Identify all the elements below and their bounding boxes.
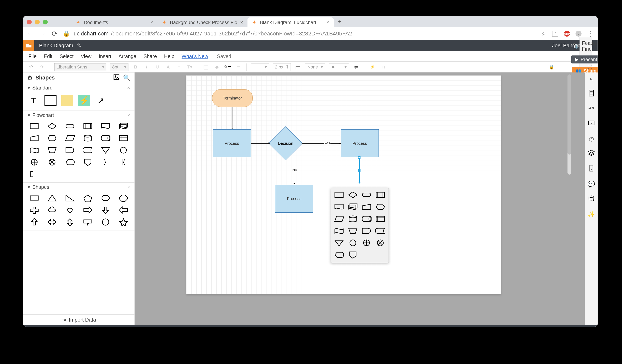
master-pages-icon[interactable] — [588, 165, 594, 173]
suggest-directdata[interactable] — [362, 215, 372, 223]
display-shape[interactable] — [63, 158, 77, 166]
suggest-storeddata[interactable] — [375, 227, 386, 236]
brace-right-shape[interactable] — [99, 158, 112, 166]
suggest-internalstorage[interactable] — [375, 215, 386, 223]
suggest-document[interactable] — [334, 203, 344, 211]
forward-button[interactable]: → — [39, 30, 46, 37]
magnet-icon[interactable]: ⊓ — [380, 63, 387, 71]
suggest-preparation[interactable] — [375, 203, 386, 211]
bold-button[interactable]: B — [132, 63, 139, 71]
line-color-button[interactable]: ✎ — [224, 63, 231, 71]
menu-help[interactable]: Help — [164, 54, 174, 59]
text-color-button[interactable]: A — [165, 63, 172, 71]
close-icon[interactable]: × — [127, 184, 130, 190]
home-folder-button[interactable] — [23, 40, 34, 51]
star-icon[interactable]: ☆ — [541, 31, 547, 37]
paper-tape-shape[interactable] — [28, 146, 41, 154]
pentagon-shape[interactable] — [81, 194, 95, 202]
star-shape[interactable] — [117, 218, 130, 226]
connector-shape[interactable] — [117, 146, 130, 154]
suggest-delay[interactable] — [362, 227, 372, 236]
suggest-manualop[interactable] — [348, 227, 358, 236]
callout-shape[interactable] — [81, 218, 95, 226]
decision-node[interactable]: Decision — [269, 126, 303, 160]
diagram-page[interactable]: Terminator Process Decision Process Proc… — [186, 75, 501, 294]
down-arrow-shape[interactable] — [99, 206, 112, 214]
multidoc-shape[interactable] — [117, 122, 130, 130]
suggest-merge[interactable] — [334, 239, 344, 247]
magic-icon[interactable]: ✨ — [587, 211, 595, 218]
updown-arrow-shape[interactable] — [63, 218, 77, 226]
suggest-offpage[interactable] — [348, 251, 358, 259]
decision-shape[interactable] — [45, 122, 59, 130]
browser-tab-0[interactable]: ✦ Documents × — [71, 18, 157, 27]
process-node-1[interactable]: Process — [213, 129, 251, 157]
suggest-display[interactable] — [334, 251, 344, 259]
fill-bucket-icon[interactable]: ◆ — [213, 63, 220, 71]
directdata-shape[interactable] — [99, 134, 112, 142]
data-linking-icon[interactable] — [588, 195, 594, 203]
image-icon[interactable] — [114, 74, 119, 81]
close-icon[interactable]: × — [127, 85, 130, 91]
shape-fill-button[interactable] — [202, 63, 210, 71]
browser-tab-1[interactable]: ✦ Background Check Process Flo × — [157, 18, 248, 27]
history-icon[interactable]: ◷ — [589, 135, 594, 142]
close-icon[interactable]: × — [127, 112, 130, 118]
line-type-button[interactable] — [294, 63, 302, 71]
connector-label-no[interactable]: No — [292, 168, 297, 172]
feature-find[interactable]: 🔭 Feature Find — [573, 40, 598, 52]
brace-left-shape[interactable] — [117, 158, 130, 166]
menu-select[interactable]: Select — [59, 54, 73, 59]
summing-shape[interactable] — [45, 158, 59, 166]
leftright-arrow-shape[interactable] — [45, 218, 59, 226]
internalstorage-shape[interactable] — [117, 134, 130, 142]
comments-quote-icon[interactable]: ❝❞ — [588, 106, 595, 112]
suggest-connector[interactable] — [348, 239, 358, 247]
close-tab-icon[interactable]: × — [150, 19, 154, 26]
right-arrow-shape[interactable] — [81, 206, 95, 214]
italic-button[interactable]: I — [143, 63, 150, 71]
section-flowchart[interactable]: ▾ Flowchart× — [23, 111, 135, 120]
suggest-data[interactable] — [334, 215, 344, 223]
predefined-shape[interactable] — [81, 122, 95, 130]
block-shape[interactable] — [44, 95, 57, 106]
search-icon[interactable]: 🔍 — [123, 74, 131, 81]
new-tab-button[interactable]: + — [334, 18, 345, 25]
cross-shape[interactable] — [28, 206, 41, 214]
hexagon-shape[interactable] — [99, 194, 112, 202]
offpage-shape[interactable] — [81, 158, 95, 166]
manualinput-shape[interactable] — [28, 134, 41, 142]
connector-label-yes[interactable]: Yes — [324, 141, 330, 145]
underline-button[interactable]: U — [154, 63, 161, 71]
delay-shape[interactable] — [63, 146, 77, 154]
process-node-2[interactable]: Process — [341, 129, 379, 157]
chat-icon[interactable]: 💬 — [587, 181, 595, 188]
connector[interactable] — [232, 107, 233, 129]
edit-title-icon[interactable]: ✎ — [77, 42, 81, 49]
merge-shape[interactable] — [99, 146, 112, 154]
terminator-node[interactable]: Terminator — [212, 89, 253, 107]
menu-arrange[interactable]: Arrange — [118, 54, 136, 59]
line-style[interactable]: ▾ — [251, 63, 269, 71]
rectangle-shape[interactable] — [28, 194, 41, 202]
lock-icon[interactable]: 🔒 — [548, 63, 555, 71]
suggest-database[interactable] — [348, 215, 358, 223]
cloud-shape[interactable] — [45, 206, 59, 214]
suggest-predefined[interactable] — [375, 191, 386, 200]
layers-icon[interactable] — [588, 150, 595, 157]
collapse-dock-icon[interactable]: « — [589, 75, 593, 82]
reload-button[interactable]: ⟳ — [52, 30, 57, 38]
redo-button[interactable]: ↷ — [38, 63, 45, 71]
section-standard[interactable]: ▾ Standard× — [23, 83, 135, 92]
align-button[interactable]: ≡ — [175, 63, 183, 71]
database-shape[interactable] — [81, 134, 95, 142]
arrow-end[interactable]: ➤▾ — [329, 63, 349, 71]
undo-button[interactable]: ↶ — [27, 63, 35, 71]
connector[interactable] — [251, 143, 270, 144]
terminator-shape[interactable] — [63, 122, 77, 130]
close-window[interactable] — [27, 20, 32, 24]
data-shape[interactable] — [63, 134, 77, 142]
fullscreen-icon[interactable]: ⛶ — [586, 63, 594, 71]
hotspot-shape[interactable]: ⚡ — [78, 95, 90, 106]
font-select[interactable]: Liberation Sans▾ — [54, 63, 106, 71]
